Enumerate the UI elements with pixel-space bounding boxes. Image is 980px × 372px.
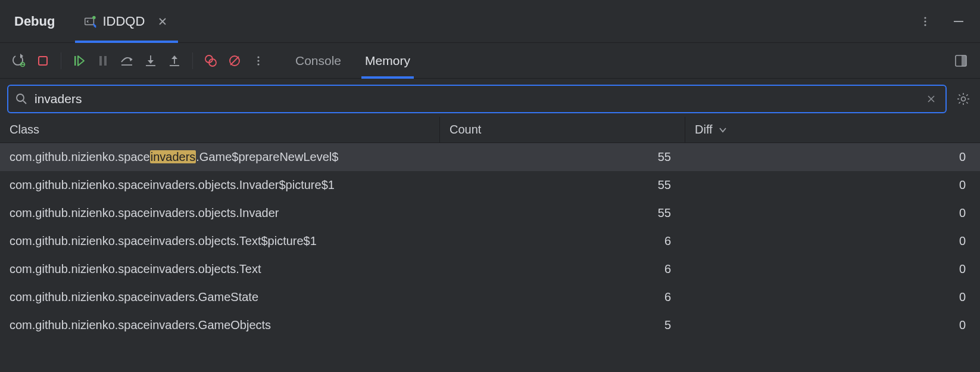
memory-settings-button[interactable]	[954, 89, 973, 108]
view-breakpoints-button[interactable]	[201, 51, 220, 70]
more-actions-button[interactable]	[249, 51, 268, 70]
pause-button[interactable]	[93, 51, 113, 70]
svg-line-41	[966, 102, 967, 103]
svg-point-5	[924, 24, 926, 26]
run-config-label: IDDQD	[102, 14, 145, 29]
svg-rect-12	[74, 56, 76, 66]
tab-underline	[361, 76, 414, 79]
svg-rect-15	[104, 56, 107, 66]
tab-underline	[75, 41, 178, 43]
mute-breakpoints-button[interactable]	[225, 51, 244, 70]
column-header-class[interactable]: Class	[0, 117, 440, 142]
application-icon	[83, 15, 96, 28]
count-cell: 55	[440, 206, 685, 220]
table-row[interactable]: com.github.nizienko.spaceinvaders.GameSt…	[0, 283, 980, 311]
diff-cell: 0	[685, 150, 980, 164]
svg-marker-19	[148, 60, 154, 64]
tab-console[interactable]: Console	[294, 43, 342, 78]
tab-memory[interactable]: Memory	[364, 43, 411, 78]
svg-line-27	[230, 57, 239, 65]
class-name-cell: com.github.nizienko.spaceinvaders.object…	[0, 262, 440, 276]
diff-cell: 0	[685, 234, 980, 248]
count-cell: 55	[440, 150, 685, 164]
close-tab-button[interactable]	[155, 14, 170, 29]
class-filter-input[interactable]	[35, 92, 917, 106]
svg-rect-11	[39, 57, 47, 65]
step-out-button[interactable]	[165, 51, 184, 70]
resume-button[interactable]	[70, 51, 89, 70]
minimize-icon[interactable]	[950, 13, 967, 30]
svg-rect-0	[85, 18, 94, 24]
debug-tool-header: Debug IDDQD	[0, 0, 980, 43]
run-config-tab[interactable]: IDDQD	[79, 0, 174, 42]
clear-search-button[interactable]	[924, 92, 938, 106]
svg-marker-22	[171, 55, 177, 59]
diff-cell: 0	[685, 290, 980, 304]
search-icon	[15, 93, 27, 105]
diff-cell: 0	[685, 262, 980, 276]
svg-point-2	[93, 16, 96, 19]
count-cell: 6	[440, 262, 685, 276]
table-row[interactable]: com.github.nizienko.spaceinvaders.Game$p…	[0, 143, 980, 171]
svg-rect-32	[962, 55, 966, 66]
count-cell: 6	[440, 234, 685, 248]
step-into-button[interactable]	[141, 51, 160, 70]
diff-cell: 0	[685, 318, 980, 332]
chevron-down-icon	[719, 126, 727, 134]
memory-table-header: Class Count Diff	[0, 117, 980, 143]
count-cell: 55	[440, 178, 685, 192]
svg-line-42	[966, 95, 967, 96]
column-header-count[interactable]: Count	[440, 117, 685, 142]
debug-toolbar: Console Memory	[0, 43, 980, 79]
stop-button[interactable]	[33, 51, 52, 70]
svg-point-33	[17, 94, 24, 101]
svg-line-43	[959, 102, 960, 103]
memory-table-body: com.github.nizienko.spaceinvaders.Game$p…	[0, 143, 980, 372]
rerun-button[interactable]	[10, 51, 29, 70]
toolbar-separator	[61, 52, 61, 69]
svg-point-3	[924, 17, 926, 18]
svg-marker-13	[78, 56, 84, 66]
table-row[interactable]: com.github.nizienko.spaceinvaders.object…	[0, 255, 980, 283]
svg-line-40	[959, 95, 960, 96]
class-name-cell: com.github.nizienko.spaceinvaders.object…	[0, 206, 440, 220]
step-over-button[interactable]	[117, 51, 136, 70]
class-name-cell: com.github.nizienko.spaceinvaders.object…	[0, 178, 440, 192]
diff-cell: 0	[685, 206, 980, 220]
tool-window-title: Debug	[14, 14, 55, 29]
table-row[interactable]: com.github.nizienko.spaceinvaders.GameOb…	[0, 311, 980, 339]
class-filter-input-box[interactable]	[7, 85, 947, 113]
svg-point-30	[257, 63, 259, 65]
column-header-diff[interactable]: Diff	[685, 117, 980, 142]
count-cell: 5	[440, 318, 685, 332]
class-name-cell: com.github.nizienko.spaceinvaders.GameSt…	[0, 290, 440, 304]
svg-point-28	[257, 56, 259, 58]
layout-settings-button[interactable]	[951, 51, 970, 70]
class-name-cell: com.github.nizienko.spaceinvaders.GameOb…	[0, 318, 440, 332]
svg-line-34	[23, 101, 26, 104]
toolbar-separator	[192, 52, 193, 69]
class-name-cell: com.github.nizienko.spaceinvaders.Game$p…	[0, 150, 440, 164]
count-cell: 6	[440, 290, 685, 304]
table-row[interactable]: com.github.nizienko.spaceinvaders.object…	[0, 199, 980, 227]
class-name-cell: com.github.nizienko.spaceinvaders.object…	[0, 234, 440, 248]
svg-rect-14	[99, 56, 102, 66]
more-vert-icon[interactable]	[917, 13, 934, 30]
diff-cell: 0	[685, 178, 980, 192]
table-row[interactable]: com.github.nizienko.spaceinvaders.object…	[0, 227, 980, 255]
svg-point-29	[257, 60, 259, 61]
table-row[interactable]: com.github.nizienko.spaceinvaders.object…	[0, 171, 980, 199]
svg-point-4	[924, 20, 926, 22]
svg-point-35	[962, 97, 966, 101]
memory-search-row	[0, 79, 980, 117]
svg-rect-6	[954, 21, 963, 22]
